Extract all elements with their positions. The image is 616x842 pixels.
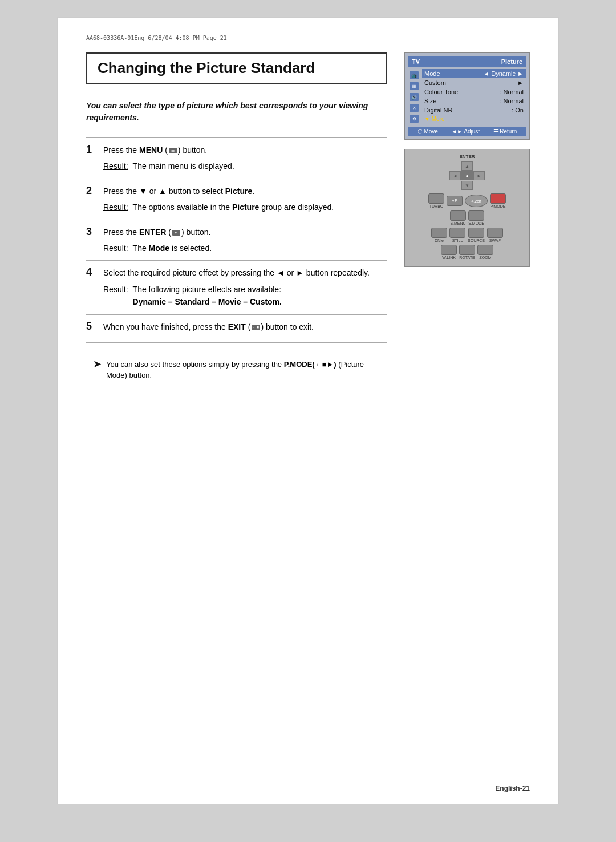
tip-box: ➤ You can also set these options simply … — [86, 354, 387, 386]
tv-icon-settings: ⚙ — [410, 115, 419, 123]
tv-menu-header: TV Picture — [408, 56, 526, 67]
dpad-left[interactable]: ◄ — [449, 171, 461, 180]
result-label: Result: — [103, 242, 128, 254]
result-row: Result: The options available in the Pic… — [103, 201, 387, 213]
table-row: 5 When you have finished, press the EXIT… — [86, 314, 387, 342]
tv-icon-sound: 🔊 — [410, 93, 419, 101]
remote-btn-swap[interactable] — [487, 228, 503, 238]
remote-label-wlink: W.LINK — [442, 256, 456, 260]
menu-value-size: : Normal — [500, 98, 524, 104]
tv-menu-footer: ⬡ Move ◄► Adjust ☰ Return — [408, 127, 526, 136]
tv-menu-more: ▼ More — [422, 115, 526, 123]
tv-menu-row-mode: Mode ◄ Dynamic ► — [422, 69, 526, 78]
step-content: Press the ENTER (↵) button. Result: The … — [103, 220, 387, 261]
footer-return: ☰ Return — [493, 128, 517, 135]
result-row: Result: The following picture effects ar… — [103, 283, 387, 309]
remote-row-4: W.LINK ROTATE ZOOM — [410, 245, 525, 260]
remote-btn-still[interactable] — [449, 228, 465, 238]
dpad[interactable]: ▲ ◄ ● ► ▼ — [449, 161, 485, 190]
remote-label-dnie: DNIe — [435, 238, 444, 242]
dpad-down[interactable]: ▼ — [461, 181, 473, 190]
remote-label-rotate: ROTATE — [459, 256, 475, 260]
tv-icon-channels: ▦ — [410, 82, 419, 90]
tip-arrow-icon: ➤ — [93, 358, 102, 370]
result-label: Result: — [103, 160, 128, 172]
remote-label-turbo: TURBO — [429, 204, 444, 208]
tv-menu-sidebar: 📺 ▦ 🔊 ✕ ⚙ — [408, 69, 420, 125]
remote-row-3: DNIe STILL SOURCE SWAP — [410, 228, 525, 242]
remote-btn-vp[interactable]: ∨P — [447, 196, 463, 206]
menu-value-custom: ► — [517, 79, 524, 86]
remote-row-1: TURBO ∨P 4.2ch P.MODE — [410, 193, 525, 208]
dpad-up[interactable]: ▲ — [461, 161, 473, 171]
tv-menu-row-custom: Custom ► — [422, 78, 526, 87]
result-row: Result: The main menu is displayed. — [103, 160, 387, 172]
table-row: 3 Press the ENTER (↵) button. Result: Th… — [86, 220, 387, 261]
page: AA68-03336A-01Eng 6/28/04 4:08 PM Page 2… — [57, 17, 559, 804]
remote-label-still: STILL — [452, 238, 463, 242]
step-number: 5 — [86, 314, 103, 342]
left-column: Changing the Picture Standard You can se… — [86, 52, 387, 386]
remote-btn-smode[interactable] — [468, 211, 484, 221]
tv-icon-picture: 📺 — [410, 71, 419, 79]
dpad-right[interactable]: ► — [473, 171, 485, 180]
main-layout: Changing the Picture Standard You can se… — [86, 52, 530, 386]
remote-btn-turbo[interactable] — [428, 193, 444, 204]
remote-btn-rotate[interactable] — [459, 245, 475, 255]
title-box: Changing the Picture Standard — [86, 52, 387, 84]
intro-text: You can select the type of picture which… — [86, 100, 387, 124]
result-text: The options available in the Picture gro… — [133, 201, 334, 213]
menu-label-digitalnr: Digital NR — [424, 107, 453, 114]
tip-text: You can also set these options simply by… — [106, 359, 380, 381]
step-content: Press the MENU (☰) button. Result: The m… — [103, 138, 387, 179]
page-footer: English-21 — [495, 784, 530, 792]
remote-control: ENTER ▲ ◄ ● ► ▼ — [404, 149, 530, 267]
page-number: English-21 — [495, 784, 530, 792]
step-number: 3 — [86, 220, 103, 261]
right-column: TV Picture 📺 ▦ 🔊 ✕ ⚙ Mode — [404, 52, 530, 386]
remote-enter-label: ENTER — [459, 154, 475, 159]
table-row: 2 Press the ▼ or ▲ button to select Pict… — [86, 179, 387, 220]
step-content: Select the required picture effect by pr… — [103, 261, 387, 314]
step-number: 1 — [86, 138, 103, 179]
footer-adjust: ◄► Adjust — [451, 128, 480, 135]
tv-menu-row-colourtone: Colour Tone : Normal — [422, 87, 526, 96]
step-instruction: Select the required picture effect by pr… — [103, 266, 387, 279]
result-label: Result: — [103, 201, 128, 213]
table-row: 1 Press the MENU (☰) button. Result: The… — [86, 138, 387, 179]
tv-menu-body: 📺 ▦ 🔊 ✕ ⚙ Mode ◄ Dynamic ► Custom — [408, 69, 526, 125]
page-title: Changing the Picture Standard — [98, 59, 376, 77]
remote-btn-zoom[interactable] — [477, 245, 493, 255]
remote-btn-pmode[interactable] — [490, 193, 506, 204]
dpad-center[interactable]: ● — [461, 171, 473, 180]
remote-label-smode: S.MODE — [468, 221, 484, 225]
menu-label-mode: Mode — [424, 70, 440, 77]
result-text: The main menu is displayed. — [133, 160, 234, 172]
remote-btn-source[interactable] — [468, 228, 484, 238]
step-instruction: Press the ENTER (↵) button. — [103, 226, 387, 238]
menu-value-mode: ◄ Dynamic ► — [483, 70, 524, 77]
remote-label-source: SOURCE — [468, 238, 485, 242]
steps-table: 1 Press the MENU (☰) button. Result: The… — [86, 137, 387, 343]
remote-label-zoom: ZOOM — [480, 256, 492, 260]
page-meta: AA68-03336A-01Eng 6/28/04 4:08 PM Page 2… — [86, 35, 530, 41]
tv-menu-row-size: Size : Normal — [422, 96, 526, 106]
remote-enter-area: ENTER ▲ ◄ ● ► ▼ — [410, 154, 525, 190]
tv-menu-screenshot: TV Picture 📺 ▦ 🔊 ✕ ⚙ Mode — [404, 52, 530, 140]
menu-value-digitalnr: : On — [512, 107, 524, 114]
remote-btn-42ch[interactable]: 4.2ch — [465, 195, 488, 207]
result-row: Result: The Mode is selected. — [103, 242, 387, 254]
remote-btn-wlink[interactable] — [441, 245, 457, 255]
menu-label-custom: Custom — [424, 79, 446, 86]
remote-btn-smenu[interactable] — [450, 211, 466, 221]
menu-label-colourtone: Colour Tone — [424, 88, 458, 95]
step-instruction: Press the MENU (☰) button. — [103, 144, 387, 156]
remote-row-2: S.MENU S.MODE — [410, 211, 525, 225]
step-instruction: When you have finished, press the EXIT (… — [103, 321, 387, 333]
result-text: The following picture effects are availa… — [133, 283, 282, 309]
menu-value-colourtone: : Normal — [500, 88, 524, 95]
step-instruction: Press the ▼ or ▲ button to select Pictur… — [103, 185, 387, 197]
tv-header-right: Picture — [501, 58, 522, 65]
remote-btn-dnie[interactable] — [431, 228, 447, 238]
result-text: The Mode is selected. — [133, 242, 212, 254]
